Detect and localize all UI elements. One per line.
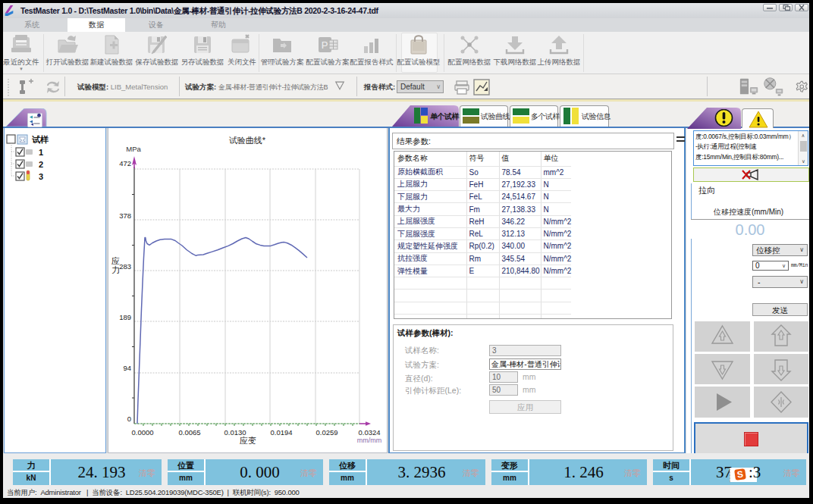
svg-text:0.0000: 0.0000 — [131, 428, 153, 437]
svg-text:189: 189 — [119, 313, 131, 321]
svg-text:力: 力 — [111, 265, 120, 274]
svg-text:0: 0 — [127, 415, 131, 423]
svg-text:1: 1 — [39, 148, 43, 157]
svg-text:0.0324: 0.0324 — [358, 428, 380, 437]
svg-text:0.0194: 0.0194 — [270, 428, 292, 437]
svg-text:应: 应 — [111, 256, 120, 265]
svg-text:0.0259: 0.0259 — [315, 428, 337, 437]
svg-text:0.0065: 0.0065 — [178, 428, 200, 437]
svg-text:3: 3 — [39, 172, 43, 181]
svg-text:283: 283 — [119, 262, 131, 271]
svg-text:472: 472 — [119, 159, 131, 167]
svg-text:378: 378 — [119, 211, 131, 220]
svg-text:P: P — [322, 39, 328, 51]
svg-text:应变: 应变 — [240, 436, 256, 445]
svg-text:2: 2 — [39, 160, 43, 169]
svg-text:试样: 试样 — [32, 135, 49, 144]
svg-text:94: 94 — [123, 364, 131, 372]
svg-text:MPa: MPa — [126, 145, 141, 153]
svg-text:试验曲线*: 试验曲线* — [229, 136, 266, 145]
svg-text:mm/mm: mm/mm — [357, 437, 382, 444]
